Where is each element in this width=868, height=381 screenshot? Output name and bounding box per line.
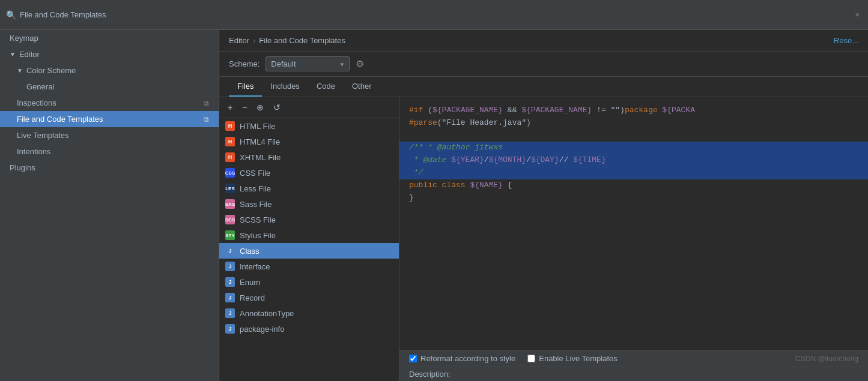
scheme-select-wrap: Default Project bbox=[266, 56, 350, 71]
class-file-icon: J bbox=[225, 246, 235, 256]
breadcrumb-parent: Editor bbox=[229, 36, 249, 45]
file-item-label: Less File bbox=[240, 184, 271, 193]
stylus-file-icon: STY bbox=[225, 230, 235, 240]
sidebar-item-label: Live Templates bbox=[17, 131, 68, 140]
live-templates-checkbox[interactable] bbox=[527, 355, 535, 362]
main-layout: Keymap ▼ Editor ▼ Color Scheme General I… bbox=[0, 30, 868, 381]
file-item-interface[interactable]: J Interface bbox=[219, 259, 399, 274]
file-item-html[interactable]: H HTML File bbox=[219, 118, 399, 134]
tab-code[interactable]: Code bbox=[308, 77, 344, 97]
copy-icon: ⧉ bbox=[204, 115, 209, 124]
code-line-2: #parse("File Header.java") bbox=[409, 117, 858, 130]
file-item-label: package-info bbox=[240, 325, 284, 334]
reset-template-button[interactable]: ↺ bbox=[270, 101, 284, 114]
reformat-checkbox[interactable] bbox=[409, 355, 417, 362]
file-list-items: H HTML File H HTML4 File H XHTML File CS… bbox=[219, 118, 399, 381]
file-item-label: Record bbox=[240, 293, 265, 302]
file-item-label: HTML File bbox=[240, 122, 275, 131]
sidebar-item-label: Color Scheme bbox=[26, 66, 76, 75]
code-line-6: */ bbox=[399, 167, 868, 179]
sidebar-item-editor[interactable]: ▼ Editor bbox=[0, 46, 219, 62]
code-line-1: #if (${PACKAGE_NAME} && ${PACKAGE_NAME} … bbox=[409, 104, 858, 117]
code-line-4: /** * @author jitwxs bbox=[399, 142, 868, 154]
record-file-icon: J bbox=[225, 293, 235, 302]
expand-arrow-icon: ▼ bbox=[17, 67, 23, 74]
sidebar-item-file-and-code-templates[interactable]: File and Code Templates ⧉ bbox=[0, 111, 219, 127]
file-item-label: AnnotationType bbox=[240, 309, 294, 318]
file-item-enum[interactable]: J Enum bbox=[219, 274, 399, 290]
scheme-select[interactable]: Default Project bbox=[266, 56, 350, 71]
search-input[interactable] bbox=[20, 10, 849, 19]
add-template-button[interactable]: + bbox=[224, 101, 236, 114]
gear-button[interactable]: ⚙ bbox=[356, 58, 364, 70]
file-item-annotation-type[interactable]: J AnnotationType bbox=[219, 305, 399, 321]
expand-arrow-icon: ▼ bbox=[10, 51, 16, 58]
sidebar-item-general[interactable]: General bbox=[0, 79, 219, 95]
css-file-icon: CSS bbox=[225, 168, 235, 178]
scheme-row: Scheme: Default Project ⚙ bbox=[219, 52, 868, 77]
clear-search-button[interactable]: × bbox=[852, 9, 862, 20]
live-templates-checkbox-wrap[interactable]: Enable Live Templates bbox=[527, 354, 618, 363]
file-item-stylus[interactable]: STY Stylus File bbox=[219, 227, 399, 243]
file-item-label: Sass File bbox=[240, 200, 272, 209]
file-item-xhtml[interactable]: H XHTML File bbox=[219, 149, 399, 165]
file-item-label: HTML4 File bbox=[240, 137, 280, 146]
file-item-label: XHTML File bbox=[240, 153, 281, 162]
html4-file-icon: H bbox=[225, 137, 235, 146]
sidebar-item-label: Keymap bbox=[10, 34, 38, 43]
sidebar-item-keymap[interactable]: Keymap bbox=[0, 30, 219, 46]
less-file-icon: LES bbox=[225, 184, 235, 193]
scss-file-icon: SCS bbox=[225, 215, 235, 224]
tabs-bar: Files Includes Code Other bbox=[219, 77, 868, 97]
tab-files[interactable]: Files bbox=[229, 77, 262, 97]
file-item-record[interactable]: J Record bbox=[219, 290, 399, 305]
tab-includes[interactable]: Includes bbox=[262, 77, 308, 97]
file-item-less[interactable]: LES Less File bbox=[219, 181, 399, 196]
reset-button[interactable]: Rese... bbox=[834, 36, 858, 45]
file-item-sass[interactable]: SAS Sass File bbox=[219, 196, 399, 212]
file-item-label: CSS File bbox=[240, 169, 270, 178]
sidebar-item-intentions[interactable]: Intentions bbox=[0, 143, 219, 160]
sidebar-item-label: Editor bbox=[19, 50, 40, 59]
file-item-html4[interactable]: H HTML4 File bbox=[219, 134, 399, 149]
copy-template-button[interactable]: ⊕ bbox=[253, 101, 267, 114]
interface-file-icon: J bbox=[225, 262, 235, 271]
sidebar-item-color-scheme[interactable]: ▼ Color Scheme bbox=[0, 62, 219, 79]
code-line-3 bbox=[409, 130, 858, 142]
reformat-checkbox-wrap[interactable]: Reformat according to style bbox=[409, 354, 515, 363]
scheme-label: Scheme: bbox=[229, 59, 259, 68]
copy-icon: ⧉ bbox=[204, 99, 209, 107]
content-area: + − ⊕ ↺ H HTML File H HTML4 File H bbox=[219, 97, 868, 381]
code-editor[interactable]: #if (${PACKAGE_NAME} && ${PACKAGE_NAME} … bbox=[399, 97, 868, 350]
file-item-label: Enum bbox=[240, 278, 260, 287]
right-panel: Editor › File and Code Templates Rese...… bbox=[219, 30, 868, 381]
file-item-class[interactable]: J Class bbox=[219, 243, 399, 259]
annotation-type-file-icon: J bbox=[225, 308, 235, 318]
code-line-8: } bbox=[409, 192, 858, 205]
description-bar: Description: bbox=[399, 367, 868, 381]
file-item-label: Class bbox=[240, 247, 259, 256]
sidebar-item-label: General bbox=[26, 82, 54, 91]
sidebar-item-label: Intentions bbox=[17, 147, 50, 156]
enum-file-icon: J bbox=[225, 277, 235, 287]
html-file-icon: H bbox=[225, 121, 235, 131]
sidebar: Keymap ▼ Editor ▼ Color Scheme General I… bbox=[0, 30, 219, 381]
description-label: Description: bbox=[409, 370, 451, 379]
sidebar-item-plugins[interactable]: Plugins bbox=[0, 160, 219, 176]
remove-template-button[interactable]: − bbox=[238, 101, 250, 114]
tab-other[interactable]: Other bbox=[344, 77, 380, 97]
file-item-package-info[interactable]: J package-info bbox=[219, 321, 399, 337]
package-info-file-icon: J bbox=[225, 324, 235, 334]
file-list: + − ⊕ ↺ H HTML File H HTML4 File H bbox=[219, 97, 399, 381]
sidebar-item-label: Plugins bbox=[10, 163, 35, 172]
breadcrumb: Editor › File and Code Templates Rese... bbox=[219, 30, 868, 52]
sidebar-item-label: Inspections bbox=[17, 98, 56, 107]
sidebar-item-inspections[interactable]: Inspections ⧉ bbox=[0, 95, 219, 111]
code-line-7: public class ${NAME} { bbox=[409, 179, 858, 192]
breadcrumb-current: File and Code Templates bbox=[259, 36, 345, 45]
file-item-label: Interface bbox=[240, 262, 270, 271]
file-item-css[interactable]: CSS CSS File bbox=[219, 165, 399, 181]
file-item-scss[interactable]: SCS SCSS File bbox=[219, 212, 399, 227]
code-line-5: * @date ${YEAR}/${MONTH}/${DAY}// ${TIME… bbox=[399, 154, 868, 167]
sidebar-item-live-templates[interactable]: Live Templates bbox=[0, 127, 219, 143]
